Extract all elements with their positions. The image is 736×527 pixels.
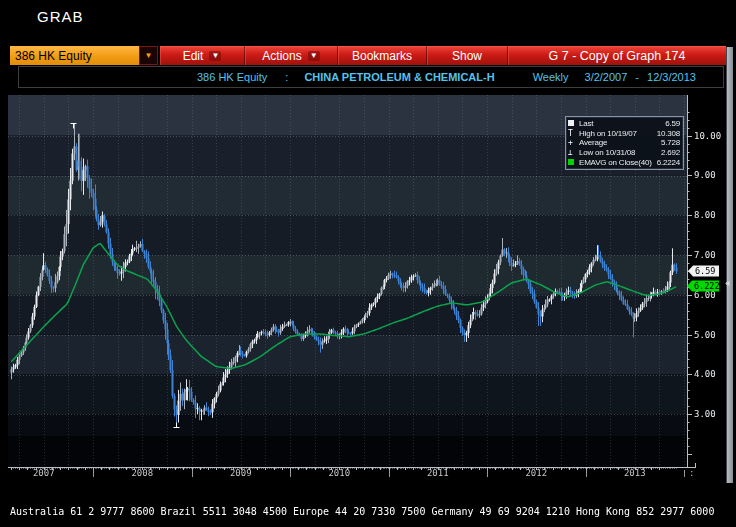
average-marker-icon: + [568, 138, 579, 147]
bloomberg-terminal-screen: GRAB 386 HK Equity ▼ Edit ▼ Actions ▼ Bo… [0, 0, 736, 527]
price-chart-canvas[interactable] [0, 0, 736, 527]
collapse-chevrons-icon[interactable]: « [725, 278, 730, 288]
legend-row-low: ⊥ Low on 10/31/08 2.692 [568, 148, 680, 158]
terminal-footer: Australia 61 2 9777 8600 Brazil 5511 304… [10, 482, 735, 527]
footer-phones-line1: Australia 61 2 9777 8600 Brazil 5511 304… [10, 506, 735, 518]
vertical-scrollbar[interactable] [726, 47, 733, 483]
last-swatch-icon [568, 119, 579, 128]
high-marker-icon: T [568, 129, 579, 138]
emavg-swatch-icon [568, 158, 579, 167]
low-marker-icon: ⊥ [568, 148, 579, 157]
legend-row-last: Last 6.59 [568, 119, 680, 129]
legend-row-average: + Average 5.728 [568, 138, 680, 148]
legend-row-high: T High on 10/19/07 10.308 [568, 129, 680, 139]
chart-legend: Last 6.59 T High on 10/19/07 10.308 + Av… [565, 116, 684, 170]
legend-row-emavg: EMAVG on Close(40) 6.2224 [568, 157, 680, 167]
